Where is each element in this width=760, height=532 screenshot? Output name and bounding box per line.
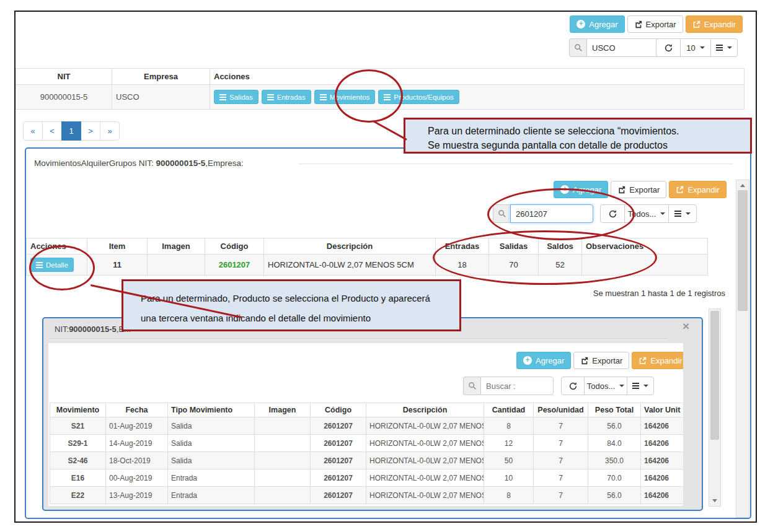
panel-scrollbar[interactable] [736,180,749,518]
salidas-label: Salidas [229,94,253,101]
col-codigo[interactable]: Código [311,403,366,417]
cell-descripcion: HORIZONTAL-0-0LW 2,07 MENOS 5CM [366,435,484,452]
cell-descripcion: HORIZONTAL-0-0LW 2,07 MENOS 5CM [366,469,484,487]
add-button[interactable]: + Agregar [570,15,624,33]
page-prev[interactable]: < [42,121,62,141]
modal-title: NIT:900000015-5,Em [55,325,131,334]
expand-button[interactable]: Expandir [686,15,743,33]
cell-peso-total: 350.0 [588,452,641,469]
cell-movimiento: S29-1 [50,435,106,452]
refresh-button[interactable] [656,38,681,57]
menu-bars-icon [219,94,226,100]
cell-descripcion: HORIZONTAL-0-0LW 2,07 MENOS 5CM [366,487,484,504]
panel-export-button[interactable]: Exportar [611,181,666,198]
col-imagen[interactable]: Imagen [148,238,205,255]
cell-cantidad: 10 [484,469,534,487]
cell-peso-unidad: 7 [534,417,588,435]
page-1[interactable]: 1 [61,121,81,141]
cell-valor-unit: 164206 [641,435,684,452]
search-input[interactable] [586,38,667,57]
modal-export-button[interactable]: Exportar [573,352,629,369]
list-menu-icon [674,211,681,217]
page-last[interactable]: » [100,121,120,141]
salidas-button[interactable]: Salidas [214,90,258,104]
cell-imagen [255,469,311,487]
cell-imagen [255,487,311,504]
modal-columns-dropdown[interactable] [627,377,654,395]
export-icon [617,186,625,194]
col-cantidad[interactable]: Cantidad [484,403,534,417]
movement-row[interactable]: S29-1 14-Aug-2019 Salida 2601207 HORIZON… [50,435,684,452]
cell-movimiento: E22 [50,487,106,504]
movement-row[interactable]: E22 13-Aug-2019 Entrada 2601207 HORIZONT… [50,487,684,504]
col-tipo-movimiento[interactable]: Tipo Movimiento [168,403,255,417]
panel-title-nit: 900000015-5 [156,159,206,168]
add-button-label: Agregar [589,20,617,29]
col-header-nit[interactable]: NIT [16,69,112,85]
col-valor-unit[interactable]: Valor Unit [641,403,684,417]
export-button[interactable]: Exportar [627,15,683,33]
expand-icon [676,186,684,194]
col-movimiento[interactable]: Movimiento [50,403,106,417]
modal-table-controls: Todos... [561,377,654,395]
pagination: « < 1 > » [23,121,120,141]
col-fecha[interactable]: Fecha [106,403,168,417]
callout2-line2: una tercera ventana indicando el detalle… [141,308,454,328]
scrollbar-thumb[interactable] [738,190,748,311]
cell-peso-total: 70.0 [588,469,641,487]
modal-title-prefix: NIT: [55,325,69,334]
scrollbar-thumb[interactable] [710,311,719,440]
modal-refresh-button[interactable] [561,377,585,395]
caret-down-icon [686,212,691,215]
col-descripcion[interactable]: Descripción [264,238,436,255]
page-first[interactable]: « [23,121,43,141]
cell-codigo: 2601207 [311,417,366,435]
modal-filter-dropdown[interactable]: Todos... [584,377,627,395]
movement-row[interactable]: S2-46 18-Oct-2019 Salida 2601207 HORIZON… [50,452,684,469]
cell-imagen [255,417,311,435]
expand-icon [638,357,647,365]
detail-modal: NIT:900000015-5,Em × + Agregar Exportar … [42,317,703,511]
columns-dropdown[interactable] [710,38,738,57]
cell-imagen [255,435,311,452]
modal-add-label: Agregar [536,356,564,365]
panel-columns-dropdown[interactable] [668,204,697,223]
movement-row[interactable]: E16 00-Aug-2019 Entrada 2601207 HORIZONT… [50,469,684,487]
cell-imagen [148,255,205,276]
cell-descripcion: HORIZONTAL-0-0LW 2,07 MENOS 5CM [366,452,484,469]
cell-peso-unidad: 7 [534,487,588,504]
col-item[interactable]: Item [87,238,148,255]
cell-codigo: 2601207 [311,435,366,452]
list-menu-icon [716,45,723,51]
panel-expand-button[interactable]: Expandir [669,181,726,198]
page-next[interactable]: > [81,121,100,141]
movement-row[interactable]: S21 01-Aug-2019 Salida 2601207 HORIZONTA… [50,417,684,435]
arrow-down-icon[interactable] [712,499,717,502]
modal-expand-button[interactable]: Expandir [632,352,683,369]
main-search [569,38,667,57]
cell-peso-unidad: 7 [534,452,588,469]
modal-filter-value: Todos... [587,382,616,391]
col-header-acciones: Acciones [210,69,745,85]
col-imagen[interactable]: Imagen [255,403,311,417]
page-size-dropdown[interactable]: 10 [680,38,711,57]
arrow-up-icon[interactable] [740,184,745,187]
col-peso-total[interactable]: Peso Total [588,403,641,417]
annotation-circle-totals [433,230,657,285]
inner-scrollbar[interactable] [709,308,721,507]
cell-tipo: Entrada [168,469,255,487]
col-header-empresa[interactable]: Empresa [112,69,210,85]
cell-tipo: Salida [168,417,255,435]
col-codigo[interactable]: Código [205,238,264,255]
export-button-label: Exportar [646,20,676,29]
col-descripcion[interactable]: Descripción [366,403,484,417]
entradas-button[interactable]: Entradas [262,90,311,104]
modal-search-input[interactable] [480,377,554,395]
cell-descripcion: HORIZONTAL-0-0LW 2,07 MENOS 5CM [366,417,484,435]
cell-descripcion: HORIZONTAL-0-0LW 2,07 MENOS 5CM [264,255,436,276]
cell-fecha: 13-Aug-2019 [106,487,168,504]
modal-add-button[interactable]: + Agregar [516,352,571,369]
plus-circle-icon: + [523,356,532,365]
close-icon[interactable]: × [683,320,689,333]
col-peso-unidad[interactable]: Peso/unidad [534,403,588,417]
